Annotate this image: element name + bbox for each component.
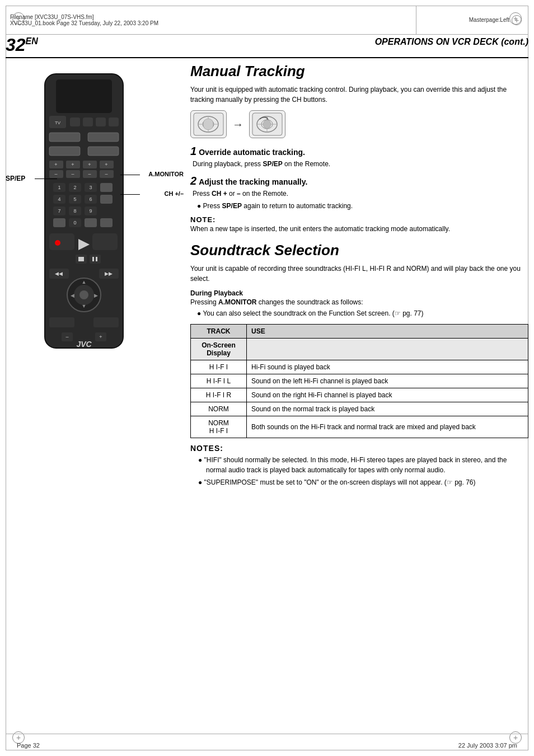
page-title: OPERATIONS ON VCR DECK (cont.) (375, 37, 528, 47)
table-cell-track: H I-F I R (191, 388, 247, 402)
table-cell-track: H I-F I L (191, 374, 247, 388)
tracking-images: → (190, 110, 528, 138)
svg-rect-6 (96, 118, 106, 126)
tracking-img-2 (249, 110, 285, 138)
step2: 2Adjust the tracking manually. Press CH … (190, 175, 528, 211)
masterpage-label: Masterpage:Left (469, 17, 509, 23)
table-cell-use: Both sounds on the Hi-Fi track and norma… (247, 416, 528, 438)
manual-tracking-title: Manual Tracking (190, 63, 528, 80)
left-column: SP/EP A.MONITOR CH +/– TV (6, 63, 185, 734)
soundtrack-bullet: You can also select the soundtrack on th… (197, 308, 528, 318)
a-monitor-arrow (120, 175, 140, 175)
svg-text:▶: ▶ (94, 293, 98, 298)
table-row: H I-F I LSound on the left Hi-Fi channel… (191, 374, 528, 388)
svg-rect-60 (92, 257, 94, 261)
table-cell-use: Hi-Fi sound is played back (247, 360, 528, 374)
content-area: 32EN OPERATIONS ON VCR DECK (cont.) SP/E… (6, 35, 528, 734)
bookinfo-label: XVC33U_01.book Page 32 Tuesday, July 22,… (10, 20, 411, 26)
svg-rect-61 (96, 257, 97, 261)
manual-tracking-section: Manual Tracking Your unit is equipped wi… (190, 63, 528, 234)
svg-rect-9 (88, 133, 119, 142)
svg-rect-51 (85, 218, 97, 227)
svg-text:+: + (99, 334, 102, 340)
svg-rect-55 (92, 233, 118, 250)
svg-text:1: 1 (58, 185, 60, 190)
notes-section: NOTES: "HIFI" should normally be selecte… (190, 444, 528, 487)
table-cell-track: NORM H I-F I (191, 416, 247, 438)
notes-item: "SUPERIMPOSE" must be set to "ON" or the… (198, 477, 528, 487)
svg-text:–: – (54, 171, 57, 177)
header-crosshair (512, 15, 522, 25)
notes-items: "HIFI" should normally be selected. In t… (190, 455, 528, 487)
track-table: TRACK USE On-Screen Display H I-F IHi-Fi… (190, 324, 528, 438)
svg-text:JVC: JVC (76, 340, 92, 349)
remote-svg: TV + (28, 68, 185, 361)
during-playback-label: During Playback (190, 289, 528, 297)
sp-ep-arrow (35, 179, 57, 179)
header-bar: Filename [XVC33U_07S-VHS.fm] XVC33U_01.b… (6, 6, 528, 35)
table-cell-use: Sound on the right Hi-Fi channel is play… (247, 388, 528, 402)
table-cell-track: NORM (191, 402, 247, 416)
svg-text:6: 6 (89, 196, 92, 202)
soundtrack-title: Soundtrack Selection (190, 242, 528, 259)
a-monitor-label: A.MONITOR (148, 171, 184, 177)
svg-text:2: 2 (73, 185, 76, 190)
note-box: NOTE: When a new tape is inserted, the u… (190, 215, 528, 234)
svg-rect-41 (100, 195, 113, 204)
notes-title: NOTES: (190, 444, 528, 453)
svg-rect-8 (49, 133, 80, 142)
manual-tracking-body: Your unit is equipped with automatic tra… (190, 84, 528, 105)
footer: Page 32 22 July 2003 3:07 pm (6, 734, 528, 756)
svg-text:◀◀: ◀◀ (55, 271, 63, 276)
table-row: NORM H I-F IBoth sounds on the Hi-Fi tra… (191, 416, 528, 438)
note-title: NOTE: (190, 215, 528, 224)
svg-text:▶▶: ▶▶ (105, 271, 113, 276)
heading-divider (6, 57, 528, 58)
svg-rect-5 (83, 118, 93, 126)
svg-text:9: 9 (89, 208, 92, 214)
tracking-img-1 (190, 110, 227, 138)
svg-rect-34 (100, 183, 113, 192)
svg-text:+: + (88, 162, 91, 167)
svg-text:–: – (65, 334, 68, 340)
table-cell-track: H I-F I (191, 360, 247, 374)
svg-text:▼: ▼ (82, 303, 87, 309)
svg-text:◀: ◀ (71, 293, 74, 298)
table-row: NORMSound on the normal track is played … (191, 402, 528, 416)
svg-text:–: – (71, 171, 74, 177)
header-left: Filename [XVC33U_07S-VHS.fm] XVC33U_01.b… (6, 6, 416, 34)
table-cell-use: Sound on the left Hi-Fi channel is playe… (247, 374, 528, 388)
svg-rect-52 (100, 218, 113, 227)
ch-label: CH +/– (164, 190, 184, 197)
svg-rect-1 (56, 79, 112, 113)
step1-body: During playback, press SP/EP on the Remo… (193, 159, 528, 169)
step2-bullet: Press SP/EP again to return to automatic… (197, 201, 528, 211)
table-header-use: USE (247, 325, 528, 339)
sp-ep-label: SP/EP (6, 175, 25, 182)
table-cell-use: Sound on the normal track is played back (247, 402, 528, 416)
svg-rect-58 (78, 257, 84, 261)
step1-heading: 1Override automatic tracking. (190, 145, 528, 158)
svg-rect-7 (109, 118, 119, 126)
table-row: H I-F IHi-Fi sound is played back (191, 360, 528, 374)
svg-text:5: 5 (73, 196, 76, 202)
right-column: Manual Tracking Your unit is equipped wi… (190, 63, 528, 734)
note-body: When a new tape is inserted, the unit en… (190, 224, 528, 234)
soundtrack-body2: Pressing A.MONITOR changes the soundtrac… (190, 298, 528, 306)
svg-rect-74 (93, 317, 119, 327)
svg-text:+: + (71, 162, 74, 167)
step1: 1Override automatic tracking. During pla… (190, 145, 528, 169)
svg-text:8: 8 (73, 208, 76, 214)
header-right: Masterpage:Left (416, 6, 528, 34)
svg-text:7: 7 (58, 208, 60, 214)
table-subheader-track: On-Screen Display (191, 339, 247, 360)
soundtrack-section: Soundtrack Selection Your unit is capabl… (190, 242, 528, 487)
svg-rect-73 (49, 317, 74, 327)
soundtrack-body1: Your unit is capable of recording three … (190, 264, 528, 284)
arrow-between-images: → (232, 118, 243, 131)
svg-point-56 (55, 240, 60, 246)
svg-text:+: + (105, 162, 107, 167)
svg-rect-53 (49, 233, 74, 250)
step2-heading: 2Adjust the tracking manually. (190, 175, 528, 187)
svg-text:▲: ▲ (82, 279, 87, 285)
